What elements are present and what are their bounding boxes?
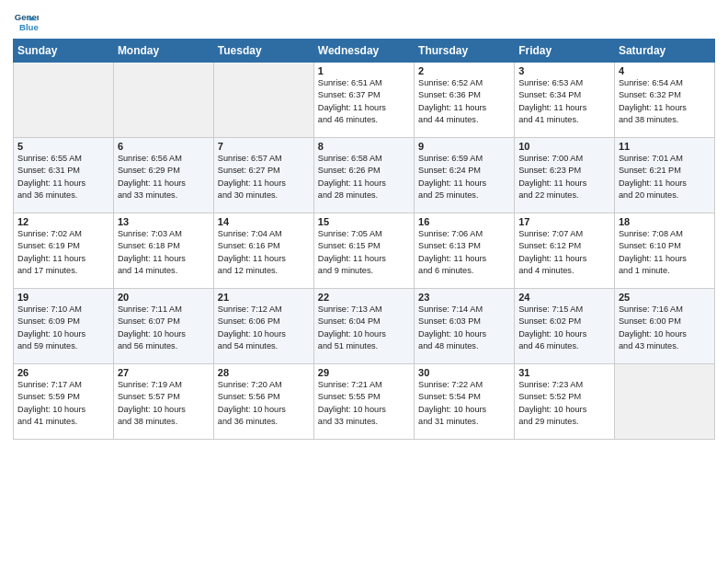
calendar-cell: 28Sunrise: 7:20 AM Sunset: 5:56 PM Dayli…	[213, 364, 313, 440]
day-info: Sunrise: 6:52 AM Sunset: 6:36 PM Dayligh…	[418, 77, 510, 126]
day-info: Sunrise: 7:10 AM Sunset: 6:09 PM Dayligh…	[17, 304, 109, 352]
calendar-cell: 30Sunrise: 7:22 AM Sunset: 5:54 PM Dayli…	[415, 364, 515, 440]
day-info: Sunrise: 7:05 AM Sunset: 6:15 PM Dayligh…	[318, 228, 410, 277]
calendar-cell: 5Sunrise: 6:55 AM Sunset: 6:31 PM Daylig…	[14, 138, 114, 213]
day-number: 30	[418, 367, 510, 378]
day-number: 5	[17, 141, 109, 152]
day-of-week-header: Thursday	[415, 40, 515, 63]
calendar-cell: 25Sunrise: 7:16 AM Sunset: 6:00 PM Dayli…	[614, 289, 714, 364]
calendar-cell: 6Sunrise: 6:56 AM Sunset: 6:29 PM Daylig…	[113, 138, 213, 213]
day-info: Sunrise: 7:07 AM Sunset: 6:12 PM Dayligh…	[518, 228, 610, 277]
calendar-cell	[614, 364, 714, 440]
calendar-cell: 10Sunrise: 7:00 AM Sunset: 6:23 PM Dayli…	[515, 138, 615, 213]
day-info: Sunrise: 7:03 AM Sunset: 6:18 PM Dayligh…	[118, 228, 210, 277]
day-of-week-header: Wednesday	[313, 40, 414, 63]
day-info: Sunrise: 6:56 AM Sunset: 6:29 PM Dayligh…	[118, 153, 210, 201]
calendar-week-row: 19Sunrise: 7:10 AM Sunset: 6:09 PM Dayli…	[14, 289, 715, 364]
day-info: Sunrise: 7:00 AM Sunset: 6:23 PM Dayligh…	[518, 153, 610, 201]
day-number: 4	[619, 65, 711, 76]
day-info: Sunrise: 7:04 AM Sunset: 6:16 PM Dayligh…	[218, 228, 310, 277]
day-of-week-header: Sunday	[14, 40, 114, 63]
calendar-cell: 12Sunrise: 7:02 AM Sunset: 6:19 PM Dayli…	[14, 213, 114, 289]
day-info: Sunrise: 7:17 AM Sunset: 5:59 PM Dayligh…	[17, 379, 109, 428]
day-info: Sunrise: 7:19 AM Sunset: 5:57 PM Dayligh…	[118, 379, 210, 428]
day-number: 14	[218, 216, 310, 227]
day-info: Sunrise: 7:08 AM Sunset: 6:10 PM Dayligh…	[619, 228, 711, 277]
calendar-cell: 14Sunrise: 7:04 AM Sunset: 6:16 PM Dayli…	[213, 213, 313, 289]
calendar-cell: 21Sunrise: 7:12 AM Sunset: 6:06 PM Dayli…	[213, 289, 313, 364]
day-info: Sunrise: 6:59 AM Sunset: 6:24 PM Dayligh…	[418, 153, 510, 201]
calendar-cell: 20Sunrise: 7:11 AM Sunset: 6:07 PM Dayli…	[113, 289, 213, 364]
day-number: 10	[518, 141, 610, 152]
calendar-cell: 1Sunrise: 6:51 AM Sunset: 6:37 PM Daylig…	[313, 63, 414, 138]
day-info: Sunrise: 7:06 AM Sunset: 6:13 PM Dayligh…	[418, 228, 510, 277]
day-of-week-header: Friday	[515, 40, 615, 63]
day-number: 8	[318, 141, 410, 152]
day-number: 3	[518, 65, 610, 76]
calendar-week-row: 1Sunrise: 6:51 AM Sunset: 6:37 PM Daylig…	[14, 63, 715, 138]
calendar-cell: 15Sunrise: 7:05 AM Sunset: 6:15 PM Dayli…	[313, 213, 414, 289]
day-number: 27	[118, 367, 210, 378]
calendar-week-row: 12Sunrise: 7:02 AM Sunset: 6:19 PM Dayli…	[14, 213, 715, 289]
day-info: Sunrise: 6:58 AM Sunset: 6:26 PM Dayligh…	[318, 153, 410, 201]
calendar-cell	[213, 63, 313, 138]
calendar-cell: 11Sunrise: 7:01 AM Sunset: 6:21 PM Dayli…	[614, 138, 714, 213]
day-number: 23	[418, 292, 510, 303]
day-number: 24	[518, 292, 610, 303]
day-of-week-header: Tuesday	[213, 40, 313, 63]
day-number: 20	[118, 292, 210, 303]
calendar-cell: 9Sunrise: 6:59 AM Sunset: 6:24 PM Daylig…	[415, 138, 515, 213]
calendar-cell: 7Sunrise: 6:57 AM Sunset: 6:27 PM Daylig…	[213, 138, 313, 213]
day-number: 16	[418, 216, 510, 227]
calendar-cell: 17Sunrise: 7:07 AM Sunset: 6:12 PM Dayli…	[515, 213, 615, 289]
day-number: 15	[318, 216, 410, 227]
calendar-cell: 8Sunrise: 6:58 AM Sunset: 6:26 PM Daylig…	[313, 138, 414, 213]
day-number: 6	[118, 141, 210, 152]
calendar-cell: 13Sunrise: 7:03 AM Sunset: 6:18 PM Dayli…	[113, 213, 213, 289]
calendar-cell: 23Sunrise: 7:14 AM Sunset: 6:03 PM Dayli…	[415, 289, 515, 364]
calendar-cell: 31Sunrise: 7:23 AM Sunset: 5:52 PM Dayli…	[515, 364, 615, 440]
day-number: 1	[318, 65, 410, 76]
calendar-cell: 26Sunrise: 7:17 AM Sunset: 5:59 PM Dayli…	[14, 364, 114, 440]
logo: General Blue	[13, 9, 39, 35]
calendar-cell: 19Sunrise: 7:10 AM Sunset: 6:09 PM Dayli…	[14, 289, 114, 364]
day-info: Sunrise: 6:55 AM Sunset: 6:31 PM Dayligh…	[17, 153, 109, 201]
calendar-header-row: SundayMondayTuesdayWednesdayThursdayFrid…	[14, 40, 715, 63]
day-info: Sunrise: 7:14 AM Sunset: 6:03 PM Dayligh…	[418, 304, 510, 352]
day-info: Sunrise: 7:15 AM Sunset: 6:02 PM Dayligh…	[518, 304, 610, 352]
calendar-cell: 27Sunrise: 7:19 AM Sunset: 5:57 PM Dayli…	[113, 364, 213, 440]
day-number: 19	[17, 292, 109, 303]
day-info: Sunrise: 7:11 AM Sunset: 6:07 PM Dayligh…	[118, 304, 210, 352]
day-number: 26	[17, 367, 109, 378]
calendar-cell: 18Sunrise: 7:08 AM Sunset: 6:10 PM Dayli…	[614, 213, 714, 289]
calendar-table: SundayMondayTuesdayWednesdayThursdayFrid…	[13, 39, 715, 440]
day-info: Sunrise: 6:53 AM Sunset: 6:34 PM Dayligh…	[518, 77, 610, 126]
day-number: 7	[218, 141, 310, 152]
day-number: 31	[518, 367, 610, 378]
day-number: 12	[17, 216, 109, 227]
day-number: 25	[619, 292, 711, 303]
day-number: 18	[619, 216, 711, 227]
day-number: 28	[218, 367, 310, 378]
day-of-week-header: Monday	[113, 40, 213, 63]
day-info: Sunrise: 7:22 AM Sunset: 5:54 PM Dayligh…	[418, 379, 510, 428]
day-number: 17	[518, 216, 610, 227]
calendar-cell: 2Sunrise: 6:52 AM Sunset: 6:36 PM Daylig…	[415, 63, 515, 138]
day-info: Sunrise: 7:16 AM Sunset: 6:00 PM Dayligh…	[619, 304, 711, 352]
svg-text:Blue: Blue	[19, 22, 39, 32]
day-number: 11	[619, 141, 711, 152]
day-info: Sunrise: 6:51 AM Sunset: 6:37 PM Dayligh…	[318, 77, 410, 126]
calendar-cell: 24Sunrise: 7:15 AM Sunset: 6:02 PM Dayli…	[515, 289, 615, 364]
svg-text:General: General	[15, 12, 39, 22]
day-number: 29	[318, 367, 410, 378]
day-info: Sunrise: 6:57 AM Sunset: 6:27 PM Dayligh…	[218, 153, 310, 201]
day-info: Sunrise: 7:12 AM Sunset: 6:06 PM Dayligh…	[218, 304, 310, 352]
day-number: 21	[218, 292, 310, 303]
day-info: Sunrise: 7:23 AM Sunset: 5:52 PM Dayligh…	[518, 379, 610, 428]
logo-icon: General Blue	[13, 9, 39, 35]
calendar-week-row: 5Sunrise: 6:55 AM Sunset: 6:31 PM Daylig…	[14, 138, 715, 213]
header: General Blue	[13, 9, 715, 35]
calendar-cell	[113, 63, 213, 138]
day-info: Sunrise: 6:54 AM Sunset: 6:32 PM Dayligh…	[619, 77, 711, 126]
day-info: Sunrise: 7:20 AM Sunset: 5:56 PM Dayligh…	[218, 379, 310, 428]
